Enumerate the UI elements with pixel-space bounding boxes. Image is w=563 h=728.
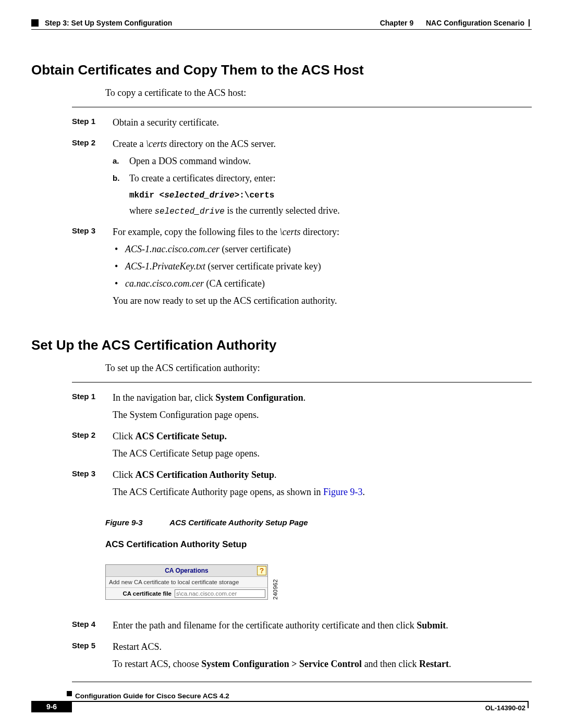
s2-step1-text: In the navigation bar, click System Conf… [113,391,532,405]
footer-marker-icon [67,691,72,696]
step-label: Step 3 [72,468,101,478]
s2-step5-restart: To restart ACS, choose System Configurat… [113,657,532,671]
substep-letter: a. [113,154,122,168]
footer-end-marker-icon [528,701,532,708]
s2-step4-text: Enter the path and filename for the cert… [113,619,532,633]
ui-heading: ACS Certification Authority Setup [105,539,532,550]
step-row: Step 5 Restart ACS. To restart ACS, choo… [72,640,532,674]
figure-link[interactable]: Figure 9-3 [323,487,363,497]
page-header: Step 3: Set Up System Configuration Chap… [31,19,532,27]
s2-step2-text: Click ACS Certificate Setup. [113,429,532,443]
cert-file-item: ACS-1.PrivateKey.txt (server certificate… [113,260,532,274]
figure-image-id: 240962 [272,579,278,600]
step-label: Step 2 [72,137,101,147]
steps-bottom-rule [72,682,532,682]
step-label: Step 3 [72,225,101,235]
footer-page-number: 9-6 [31,701,72,712]
step-row: Step 4 Enter the path and filename for t… [72,619,532,636]
section-heading-obtain-certs: Obtain Certificates and Copy Them to the… [31,62,532,78]
figure-caption: Figure 9-3 ACS Certificate Authority Set… [105,518,532,527]
step-row: Step 1 In the navigation bar, click Syst… [72,391,532,425]
mkdir-cmd-pre: mkdir < [129,191,164,200]
s2-step2-result: The ACS Certificate Setup page opens. [113,447,532,461]
footer-doc-id: OL-14390-02 [485,704,525,712]
s2-step3-text: Click ACS Certification Authority Setup. [113,468,532,482]
section2-intro: To set up the ACS certification authorit… [105,363,532,374]
header-end-marker-icon [529,19,532,27]
step-label: Step 4 [72,619,101,628]
header-marker-icon [31,19,39,27]
mkdir-cmd-post: >:\certs [235,191,275,200]
step-label: Step 1 [72,391,101,401]
ca-file-input[interactable] [175,589,265,598]
steps-top-rule-2 [72,382,532,382]
header-rule [31,29,532,30]
s2-step1-result: The System Configuration page opens. [113,408,532,422]
step-row: Step 2 Click ACS Certificate Setup. The … [72,429,532,464]
cert-file-item: ACS-1.nac.cisco.com.cer (server certific… [113,242,532,256]
header-breadcrumb: Step 3: Set Up System Configuration [45,19,172,27]
substep-b-text: To create a certificates directory, ente… [129,171,532,186]
step-row: Step 3 Click ACS Certification Authority… [72,468,532,502]
step2-text: Create a \certs directory on the ACS ser… [113,137,532,151]
step-label: Step 1 [72,116,101,126]
substep-a-text: Open a DOS command window. [129,154,532,168]
step-row: Step 2 Create a \certs directory on the … [72,137,532,221]
header-chapter-title: NAC Configuration Scenario [426,19,524,27]
figure-number: Figure 9-3 [105,518,143,527]
s2-step5-text: Restart ACS. [113,640,532,654]
step-label: Step 5 [72,640,101,650]
step3-ready: You are now ready to set up the ACS cert… [113,294,532,308]
step1-text: Obtain a security certificate. [113,116,532,130]
section-heading-setup-ca: Set Up the ACS Certification Authority [31,337,532,353]
step3-text: For example, copy the following files to… [113,225,532,239]
section1-intro: To copy a certificate to the ACS host: [105,88,532,98]
cert-file-item: ca.nac.cisco.com.cer (CA certificate) [113,277,532,291]
help-icon[interactable]: ? [257,566,266,575]
page-footer: Configuration Guide for Cisco Secure ACS… [31,692,532,712]
step-label: Step 2 [72,429,101,439]
ca-file-label: CA certificate file [109,590,175,597]
ca-panel-title: CA Operations ? [106,565,267,577]
ca-panel-desc: Add new CA certificate to local certific… [106,577,267,588]
substep-letter: b. [113,171,122,218]
step-row: Step 3 For example, copy the following f… [72,225,532,311]
ca-operations-panel-wrap: CA Operations ? Add new CA certificate t… [105,564,532,600]
header-chapter: Chapter 9 [380,19,414,27]
figure-title: ACS Certificate Authority Setup Page [169,518,308,527]
step-row: Step 1 Obtain a security certificate. [72,116,532,133]
ca-operations-panel: CA Operations ? Add new CA certificate t… [105,564,268,600]
steps-top-rule [72,107,532,107]
footer-guide-title: Configuration Guide for Cisco Secure ACS… [75,692,532,700]
s2-step3-result: The ACS Certificate Authority page opens… [113,485,532,499]
mkdir-cmd-var: selected_drive [164,191,234,200]
